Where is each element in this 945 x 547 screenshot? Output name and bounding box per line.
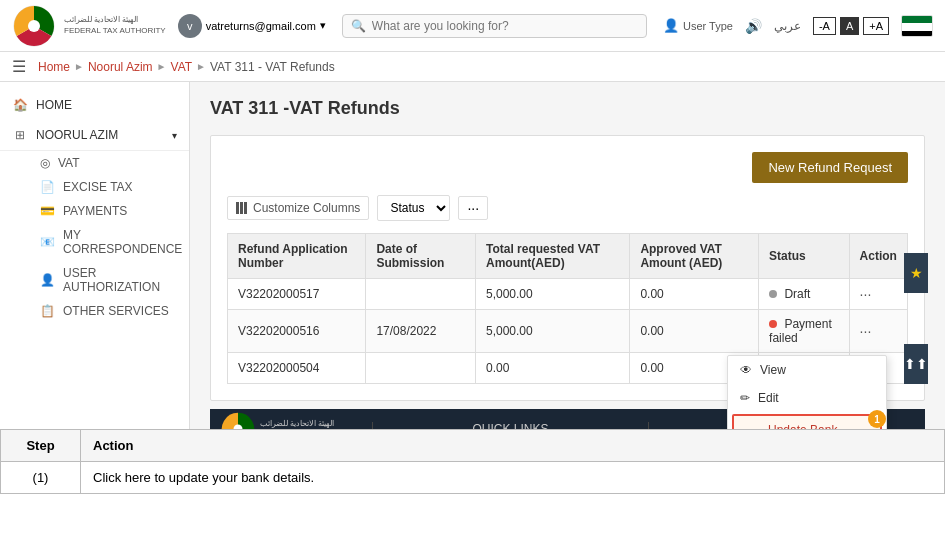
instruction-header-row: Step Action — [1, 430, 945, 462]
table-row: V32202000517 5,000.00 0.00 Draft ··· — [228, 279, 908, 310]
sidebar-item-noorul[interactable]: ⊞ NOORUL AZIM ▾ — [0, 120, 189, 151]
date-cell — [366, 353, 476, 384]
col-app-num: Refund Application Number — [228, 234, 366, 279]
dropdown-update-bank-item[interactable]: 🏦 Update Bank Details 1 — [732, 414, 882, 429]
sidebar-correspondence-label: MY CORRESPONDENCE — [63, 228, 182, 256]
language-label[interactable]: عربي — [774, 19, 801, 33]
text-size-increase[interactable]: +A — [863, 17, 889, 35]
columns-icon — [236, 202, 247, 214]
search-input[interactable] — [372, 19, 638, 33]
update-bank-label: Update Bank Details — [768, 423, 868, 429]
status-dot-draft — [769, 290, 777, 298]
sidebar-other-label: OTHER SERVICES — [63, 304, 169, 318]
text-size-normal[interactable]: A — [840, 17, 859, 35]
audio-icon[interactable]: 🔊 — [745, 18, 762, 34]
user-type-label: User Type — [683, 20, 733, 32]
col-date: Date of Submission — [366, 234, 476, 279]
view-icon: 👁 — [740, 363, 752, 377]
status-text: Draft — [784, 287, 810, 301]
sidebar-item-payments[interactable]: 💳 PAYMENTS — [28, 199, 189, 223]
sidebar-home-label: HOME — [36, 98, 72, 112]
chevron-down-icon: ▾ — [172, 130, 177, 141]
sidebar-item-user-auth[interactable]: 👤 USER AUTHORIZATION — [28, 261, 189, 299]
main-layout: 🏠 HOME ⊞ NOORUL AZIM ▾ ◎ VAT 📄 EXCISE TA… — [0, 82, 945, 429]
badge-number: 1 — [868, 410, 886, 428]
breadcrumb-sep-2: ► — [157, 61, 167, 72]
action-cell[interactable]: ··· — [849, 279, 907, 310]
text-size-decrease[interactable]: -A — [813, 17, 836, 35]
user-type-button[interactable]: 👤 User Type — [663, 18, 733, 33]
action-dots-button[interactable]: ··· — [860, 323, 872, 339]
action-dots-button[interactable]: ··· — [860, 286, 872, 302]
sidebar-item-excise[interactable]: 📄 EXCISE TAX — [28, 175, 189, 199]
grid-icon: ⊞ — [12, 127, 28, 143]
status-cell: Draft — [759, 279, 850, 310]
table-dots-button[interactable]: ··· — [458, 196, 488, 220]
user-type-icon: 👤 — [663, 18, 679, 33]
view-label: View — [760, 363, 786, 377]
new-refund-button[interactable]: New Refund Request — [752, 152, 908, 183]
breadcrumb-user[interactable]: Noorul Azim — [88, 60, 153, 74]
instruction-step-cell: (1) — [1, 462, 81, 494]
sidebar-excise-label: EXCISE TAX — [63, 180, 133, 194]
sidebar-sub-items: ◎ VAT 📄 EXCISE TAX 💳 PAYMENTS 📧 MY CORRE… — [0, 151, 189, 323]
edit-icon: ✏ — [740, 391, 750, 405]
app-num-cell: V32202000516 — [228, 310, 366, 353]
sidebar-item-other-services[interactable]: 📋 OTHER SERVICES — [28, 299, 189, 323]
nav-bar: ☰ Home ► Noorul Azim ► VAT ► VAT 311 - V… — [0, 52, 945, 82]
vat-icon: ◎ — [40, 156, 50, 170]
approved-vat-cell: 0.00 — [630, 279, 759, 310]
sidebar-item-vat[interactable]: ◎ VAT — [28, 151, 189, 175]
sidebar-userauth-label: USER AUTHORIZATION — [63, 266, 177, 294]
status-dot-failed — [769, 320, 777, 328]
action-dropdown-menu: 👁 View ✏ Edit 🏦 Update — [727, 355, 887, 429]
logo-area: الهيئة الاتحادية للضرائب FEDERAL TAX AUT… — [12, 4, 166, 48]
sidebar-item-correspondence[interactable]: 📧 MY CORRESPONDENCE — [28, 223, 189, 261]
col-total-vat: Total requested VAT Amount(AED) — [475, 234, 629, 279]
status-filter-select[interactable]: Status — [377, 195, 450, 221]
breadcrumb-current: VAT 311 - VAT Refunds — [210, 60, 335, 74]
breadcrumb-section[interactable]: VAT — [171, 60, 193, 74]
footer-logo-text: الهيئة الاتحادية للضرائبFEDERAL TAX AUTH… — [260, 419, 362, 429]
other-services-icon: 📋 — [40, 304, 55, 318]
sidebar-payments-label: PAYMENTS — [63, 204, 127, 218]
breadcrumb-sep-3: ► — [196, 61, 206, 72]
edit-label: Edit — [758, 391, 779, 405]
status-text: Payment failed — [769, 317, 832, 345]
home-icon: 🏠 — [12, 97, 28, 113]
dropdown-view-item[interactable]: 👁 View — [728, 356, 886, 384]
approved-vat-cell: 0.00 — [630, 310, 759, 353]
scroll-up-button[interactable]: ⬆⬆ — [904, 344, 928, 384]
action-cell[interactable]: ··· 👁 View ✏ Edit — [849, 353, 907, 384]
instruction-row: (1) Click here to update your bank detai… — [1, 462, 945, 494]
fta-logo-text: الهيئة الاتحادية للضرائب FEDERAL TAX AUT… — [64, 15, 166, 36]
excise-icon: 📄 — [40, 180, 55, 194]
breadcrumb-home[interactable]: Home — [38, 60, 70, 74]
sidebar: 🏠 HOME ⊞ NOORUL AZIM ▾ ◎ VAT 📄 EXCISE TA… — [0, 82, 190, 429]
sidebar-item-home[interactable]: 🏠 HOME — [0, 90, 189, 120]
star-button[interactable]: ★ — [904, 253, 928, 293]
footer-quick-links[interactable]: QUICK LINKS — [372, 422, 649, 429]
user-email-text: vatreturns@gmail.com — [206, 20, 316, 32]
table-wrapper: Refund Application Number Date of Submis… — [227, 233, 908, 384]
table-row: V32202000516 17/08/2022 5,000.00 0.00 Pa… — [228, 310, 908, 353]
header-right: 👤 User Type 🔊 عربي -A A +A — [663, 15, 933, 37]
uae-flag — [901, 15, 933, 37]
search-bar[interactable]: 🔍 — [342, 14, 647, 38]
instruction-step-header: Step — [1, 430, 81, 462]
total-vat-cell: 5,000.00 — [475, 279, 629, 310]
action-cell[interactable]: ··· — [849, 310, 907, 353]
dropdown-edit-item[interactable]: ✏ Edit — [728, 384, 886, 412]
customize-columns-button[interactable]: Customize Columns — [227, 196, 369, 220]
breadcrumb-sep-1: ► — [74, 61, 84, 72]
payments-icon: 💳 — [40, 204, 55, 218]
instruction-table: Step Action (1) Click here to update you… — [0, 429, 945, 494]
instruction-action-header: Action — [81, 430, 945, 462]
refund-table: Refund Application Number Date of Submis… — [227, 233, 908, 384]
page-title: VAT 311 -VAT Refunds — [210, 98, 925, 119]
table-header-row: Refund Application Number Date of Submis… — [228, 234, 908, 279]
hamburger-menu[interactable]: ☰ — [12, 57, 26, 76]
fta-logo-circle — [12, 4, 56, 48]
col-approved-vat: Approved VAT Amount (AED) — [630, 234, 759, 279]
user-email-dropdown[interactable]: v vatreturns@gmail.com ▾ — [178, 14, 326, 38]
